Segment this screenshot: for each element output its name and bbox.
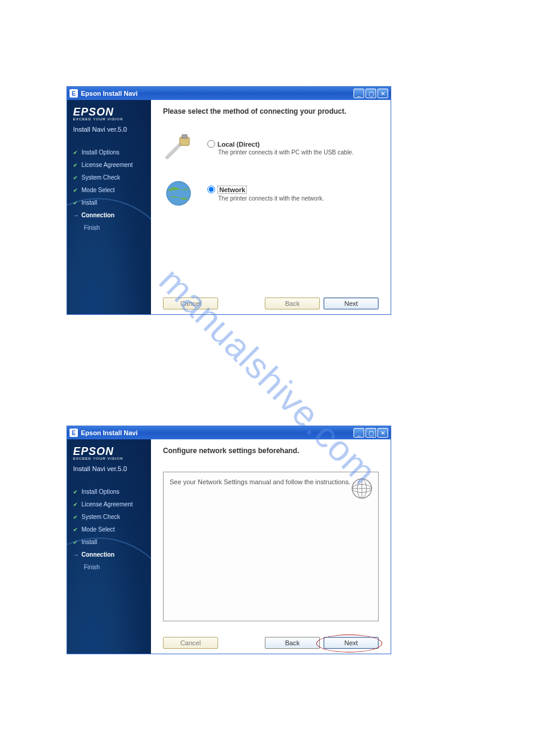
globe-icon [163,178,194,209]
step-install: ✔Install [73,196,146,209]
version-label: Install Navi ver.5.0 [73,465,146,472]
step-install-options: ✔Install Options [73,146,146,159]
option-network[interactable]: Network The printer connects it with the… [163,178,379,209]
app-icon: E [69,89,78,98]
minimize-button[interactable]: _ [353,89,364,98]
step-install: ✔Install [73,536,146,548]
instruction-box: See your Network Settings manual and fol… [163,472,379,621]
sidebar: EPSON EXCEED YOUR VISION Install Navi ve… [67,100,151,314]
close-button[interactable]: ✕ [377,89,388,98]
arrow-icon: → [73,552,79,558]
globe-wire-icon [350,477,373,500]
step-label: Connection [81,212,114,218]
brand-tagline: EXCEED YOUR VISION [73,457,146,460]
titlebar-controls: _ ▢ ✕ [353,89,388,98]
step-label: Finish [84,564,100,570]
step-label: Install Options [81,488,119,495]
brand-tagline: EXCEED YOUR VISION [73,117,146,121]
instruction-text: See your Network Settings manual and fol… [170,478,350,485]
step-label: Install [81,539,97,545]
button-row: Cancel Back Next [163,631,379,649]
minimize-button[interactable]: _ [353,428,364,438]
maximize-button[interactable]: ▢ [365,89,376,98]
step-system-check: ✔System Check [73,171,146,184]
option-network-desc: The printer connects it with the network… [218,195,324,202]
check-icon: ✔ [73,527,79,533]
back-button[interactable]: Back [265,637,320,649]
button-row: Cancel Back Next [163,292,379,309]
content-area: Configure network settings beforehand. S… [151,439,391,654]
cancel-button[interactable]: Cancel [163,297,218,309]
brand-logo: EPSON [73,106,146,119]
step-label: License Agreement [81,162,133,168]
next-button[interactable]: Next [324,637,379,649]
arrow-icon: → [73,212,79,218]
check-icon: ✔ [73,539,79,545]
step-label: Finish [84,224,100,231]
titlebar-controls: _ ▢ ✕ [353,428,388,438]
radio-local[interactable] [207,140,215,148]
step-system-check: ✔System Check [73,511,146,523]
check-icon: ✔ [73,200,79,206]
option-local[interactable]: Local (Direct) The printer connects it w… [163,132,379,163]
step-finish: Finish [73,221,146,234]
check-icon: ✔ [73,514,79,520]
window-title: Epson Install Navi [81,429,353,436]
content-area: Please select the method of connecting y… [151,100,391,314]
step-label: License Agreement [81,501,133,508]
brand-logo: EPSON [73,445,146,458]
step-mode-select: ✔Mode Select [73,184,146,196]
check-icon: ✔ [73,187,79,193]
step-label: Connection [81,551,114,558]
close-button[interactable]: ✕ [377,428,388,438]
step-install-options: ✔Install Options [73,485,146,498]
cancel-button[interactable]: Cancel [163,637,218,649]
option-local-desc: The printer connects it with PC with the… [218,149,353,156]
step-connection: →Connection [73,548,146,561]
sidebar: EPSON EXCEED YOUR VISION Install Navi ve… [67,439,151,654]
step-list: ✔Install Options ✔License Agreement ✔Sys… [73,485,146,573]
page-heading: Configure network settings beforehand. [163,447,379,455]
check-icon: ✔ [73,502,79,508]
step-list: ✔Install Options ✔License Agreement ✔Sys… [73,146,146,234]
step-label: Mode Select [81,187,115,193]
step-label: System Check [81,514,120,520]
svg-rect-1 [182,135,187,138]
back-button[interactable]: Back [265,297,320,309]
check-icon: ✔ [73,150,79,156]
usb-cable-icon [163,132,194,163]
app-icon: E [69,429,78,437]
titlebar: E Epson Install Navi _ ▢ ✕ [67,426,391,439]
option-local-label: Local (Direct) [217,141,259,148]
installer-dialog-2: E Epson Install Navi _ ▢ ✕ EPSON EXCEED … [67,426,391,654]
step-license-agreement: ✔License Agreement [73,498,146,511]
titlebar: E Epson Install Navi _ ▢ ✕ [67,87,391,100]
page-heading: Please select the method of connecting y… [163,107,379,116]
step-finish: Finish [73,561,146,573]
installer-dialog-1: E Epson Install Navi _ ▢ ✕ EPSON EXCEED … [67,87,391,314]
check-icon: ✔ [73,162,79,168]
step-label: System Check [81,174,120,181]
radio-network[interactable] [207,186,215,193]
step-label: Mode Select [81,526,115,533]
step-label: Install [81,199,97,206]
version-label: Install Navi ver.5.0 [73,126,146,133]
maximize-button[interactable]: ▢ [365,428,376,438]
step-connection: →Connection [73,209,146,221]
check-icon: ✔ [73,489,79,495]
check-icon: ✔ [73,175,79,181]
step-mode-select: ✔Mode Select [73,523,146,536]
step-license-agreement: ✔License Agreement [73,159,146,171]
option-network-label: Network [217,186,247,194]
next-button[interactable]: Next [324,297,379,309]
window-title: Epson Install Navi [81,90,353,97]
step-label: Install Options [81,149,119,156]
